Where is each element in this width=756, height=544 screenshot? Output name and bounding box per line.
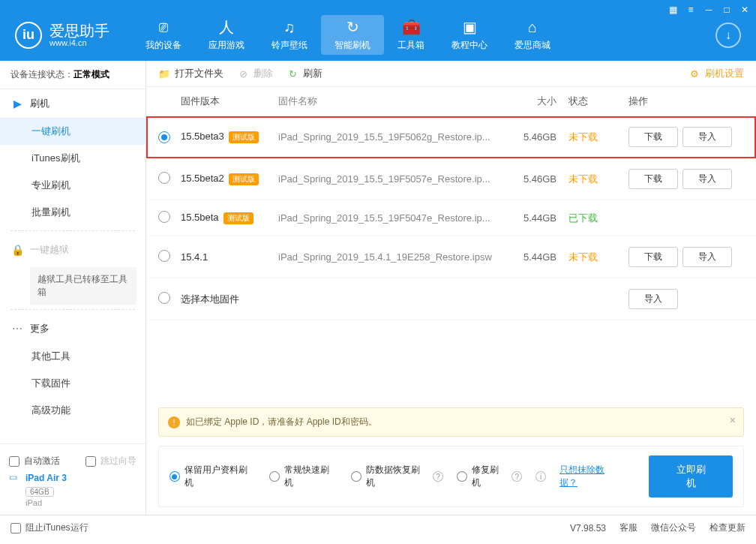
notice-close-icon[interactable]: ×	[730, 414, 736, 426]
firmware-name: iPad_Spring_2019_15.5_19F5062g_Restore.i…	[278, 131, 504, 143]
minimize-icon[interactable]: ─	[704, 5, 714, 15]
shop-icon: ⌂	[524, 18, 542, 36]
op-button[interactable]: 导入	[682, 247, 732, 267]
navtab-apps[interactable]: 人应用游戏	[195, 15, 258, 55]
gift-icon[interactable]: ▦	[668, 5, 678, 15]
firmware-status: 未下载	[556, 131, 616, 144]
lock-icon: 🔒	[10, 243, 24, 257]
sidebar-group-more[interactable]: ⋯ 更多	[0, 314, 146, 343]
logo-text: 爱思助手	[50, 23, 110, 38]
beta-tag: 测试版	[229, 131, 259, 143]
maximize-icon[interactable]: □	[722, 5, 732, 15]
firmware-row[interactable]: 15.5beta3测试版 iPad_Spring_2019_15.5_19F50…	[146, 116, 756, 158]
row-radio[interactable]	[158, 292, 170, 304]
delete-button[interactable]: ⊘ 删除	[237, 67, 273, 80]
flash-option-2[interactable]: 防数据恢复刷机 ?	[351, 464, 443, 489]
tutorial-icon: ▣	[460, 18, 478, 36]
row-radio[interactable]	[158, 250, 170, 262]
device-name: iPad Air 3	[26, 473, 67, 483]
delete-icon: ⊘	[237, 68, 249, 80]
firmware-size: 5.46GB	[504, 131, 556, 143]
refresh-button[interactable]: ↻ 刷新	[286, 67, 322, 80]
row-radio[interactable]	[158, 131, 170, 143]
sidebar-group-jailbreak[interactable]: 🔒 一键越狱	[0, 236, 146, 264]
op-button[interactable]: 下载	[628, 247, 678, 267]
sidebar-more-item-1[interactable]: 下载固件	[0, 370, 146, 397]
sidebar-item-3[interactable]: 批量刷机	[0, 199, 146, 226]
help-icon[interactable]: ?	[433, 471, 443, 482]
help-icon[interactable]: i	[536, 471, 546, 482]
table-header: 固件版本 固件名称 大小 状态 操作	[146, 87, 756, 116]
sidebar-group-flash[interactable]: ▶ 刷机	[0, 89, 146, 118]
device-capacity: 64GB	[26, 487, 54, 497]
flash-action-bar: 保留用户资料刷机常规快速刷机防数据恢复刷机 ?修复刷机 ? i 只想抹除数据？ …	[158, 446, 744, 507]
ringtone-icon: ♫	[280, 18, 298, 36]
navtab-toolbox[interactable]: 🧰工具箱	[384, 15, 438, 55]
close-icon[interactable]: ✕	[740, 5, 750, 15]
firmware-size: 5.44GB	[504, 251, 556, 263]
sidebar-more-item-0[interactable]: 其他工具	[0, 343, 146, 370]
download-circle-icon[interactable]: ↓	[716, 23, 741, 48]
sidebar-item-0[interactable]: 一键刷机	[0, 118, 146, 145]
op-button[interactable]: 下载	[628, 169, 678, 189]
firmware-row[interactable]: 选择本地固件 导入	[146, 278, 756, 320]
flash-option-3[interactable]: 修复刷机 ?	[457, 464, 522, 489]
navtab-tutorial[interactable]: ▣教程中心	[438, 15, 501, 55]
sidebar-item-1[interactable]: iTunes刷机	[0, 145, 146, 172]
flash-icon: ▶	[10, 97, 24, 110]
apps-icon: 人	[218, 18, 236, 36]
flash-option-0[interactable]: 保留用户资料刷机	[170, 464, 256, 489]
flash-option-1[interactable]: 常规快速刷机	[269, 464, 338, 489]
device-icon: ⎚	[154, 18, 172, 36]
navtab-device[interactable]: ⎚我的设备	[132, 15, 195, 55]
logo-url: www.i4.cn	[50, 38, 110, 47]
app-version: V7.98.53	[570, 523, 606, 533]
op-button[interactable]: 导入	[682, 169, 732, 189]
menu-icon[interactable]: ≡	[686, 5, 696, 15]
flash-settings-button[interactable]: ⚙ 刷机设置	[688, 67, 744, 80]
gear-icon: ⚙	[688, 68, 700, 80]
toolbox-icon: 🧰	[402, 18, 420, 36]
footer-service[interactable]: 客服	[620, 521, 638, 534]
firmware-row[interactable]: 15.4.1 iPad_Spring_2019_15.4.1_19E258_Re…	[146, 236, 756, 278]
sidebar-item-2[interactable]: 专业刷机	[0, 172, 146, 199]
firmware-row[interactable]: 15.5beta测试版 iPad_Spring_2019_15.5_19F504…	[146, 200, 756, 236]
beta-tag: 测试版	[224, 212, 254, 224]
firmware-status: 未下载	[556, 173, 616, 186]
footer-wechat[interactable]: 微信公众号	[651, 521, 696, 534]
op-button[interactable]: 导入	[682, 127, 732, 147]
firmware-name: iPad_Spring_2019_15.4.1_19E258_Restore.i…	[278, 251, 504, 263]
device-type: iPad	[26, 498, 136, 507]
row-radio[interactable]	[158, 211, 170, 223]
connection-status: 设备连接状态：正常模式	[0, 61, 146, 89]
device-row[interactable]: ▭ iPad Air 3	[9, 472, 136, 484]
erase-data-link[interactable]: 只想抹除数据？	[560, 464, 622, 489]
flash-now-button[interactable]: 立即刷机	[649, 455, 733, 497]
logo: iu 爱思助手 www.i4.cn	[15, 22, 110, 49]
firmware-row[interactable]: 15.5beta2测试版 iPad_Spring_2019_15.5_19F50…	[146, 158, 756, 200]
navtab-shop[interactable]: ⌂爱思商城	[501, 15, 564, 55]
more-icon: ⋯	[10, 322, 24, 335]
block-itunes-checkbox[interactable]: 阻止iTunes运行	[10, 521, 88, 534]
op-button[interactable]: 下载	[628, 127, 678, 147]
notice-bar: ! 如已绑定 Apple ID，请准备好 Apple ID和密码。 ×	[158, 407, 744, 437]
beta-tag: 测试版	[229, 173, 259, 185]
firmware-size: 5.44GB	[504, 212, 556, 224]
folder-icon: 📁	[158, 68, 170, 80]
sidebar-more-item-2[interactable]: 高级功能	[0, 397, 146, 424]
refresh-icon: ↻	[286, 68, 298, 80]
open-folder-button[interactable]: 📁 打开文件夹	[158, 67, 224, 80]
navtab-refresh[interactable]: ↻智能刷机	[321, 15, 384, 55]
op-button[interactable]: 导入	[628, 289, 678, 309]
firmware-name: iPad_Spring_2019_15.5_19F5047e_Restore.i…	[278, 212, 504, 224]
auto-activate-checkbox[interactable]: 自动激活 跳过向导	[9, 455, 136, 467]
footer-update[interactable]: 检查更新	[710, 521, 746, 534]
jailbreak-note: 越狱工具已转移至工具箱	[30, 267, 136, 305]
warning-icon: !	[168, 416, 180, 428]
row-radio[interactable]	[158, 172, 170, 184]
firmware-status: 未下载	[556, 251, 616, 264]
help-icon[interactable]: ?	[512, 471, 522, 482]
logo-icon: iu	[15, 22, 42, 49]
device-icon: ▭	[9, 472, 21, 484]
navtab-ringtone[interactable]: ♫铃声壁纸	[258, 15, 321, 55]
